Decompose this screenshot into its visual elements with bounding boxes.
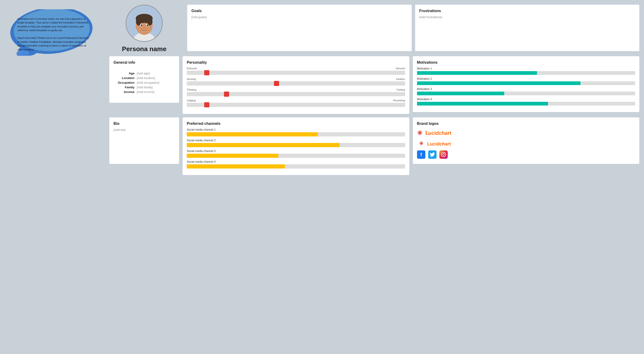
motivation-label-2: Motivation 2 (417, 77, 636, 80)
info-label-age: Age (114, 72, 137, 75)
trait-indicator-judging (204, 102, 209, 107)
info-row-location: Location [Add location] (114, 76, 175, 80)
trait-bar-thinking (187, 92, 405, 96)
frustrations-title: Frustrations (419, 9, 636, 13)
motivation-bar-container-3 (417, 92, 636, 95)
svg-point-19 (442, 154, 444, 155)
goals-title: Goals (192, 9, 408, 13)
channel-bar-container-1 (187, 132, 405, 136)
speech-bubble-container: Innovation isn't a one-time event, nor c… (7, 9, 100, 57)
channel-bar-2 (187, 143, 340, 147)
lucidchart-text: Lucidchart (427, 141, 451, 147)
info-label-occupation: Occupation (114, 81, 137, 84)
bottom-section: Bio [Add bio] Preferred channels Social … (109, 117, 639, 175)
goals-card: Goals [Add goals] (187, 5, 412, 51)
personality-card: Personality Extrovert Introvert Sensing (182, 56, 409, 114)
facebook-icon: f (417, 150, 426, 159)
bio-placeholder: [Add bio] (114, 128, 175, 132)
channel-label-2: Social media channel 2 (187, 139, 405, 142)
trait-labels-thinking: Thinking Feeling (187, 88, 405, 91)
frustrations-placeholder: [Add frustrations] (419, 15, 636, 19)
info-row-age: Age [Add age] (114, 72, 175, 75)
lucid-asterisk-icon: ✳ (417, 129, 422, 137)
lucidchart-logo-area: ✳ Lucidchart (417, 140, 636, 148)
motivation-label-4: Motivation 4 (417, 98, 636, 101)
channel-bar-container-3 (187, 154, 405, 158)
trait-labels-judging: Judging Perceiving (187, 99, 405, 102)
motivation-bar-container-4 (417, 102, 636, 105)
motivations-card: Motivations Motivation 1 Motivation 2 Mo… (413, 56, 640, 112)
channel-bar-container-4 (187, 164, 405, 169)
brand-logos-title: Brand logos (417, 122, 636, 126)
channel-label-3: Social media channel 3 (187, 149, 405, 153)
motivation-row-4: Motivation 4 (417, 98, 636, 105)
motivation-bar-2 (417, 81, 581, 85)
trait-indicator-extrovert (204, 70, 209, 75)
info-row-income: Income [Add income] (114, 90, 175, 94)
trait-right-perceiving: Perceiving (393, 99, 405, 102)
trait-left-sensing: Sensing (187, 78, 196, 80)
twitter-icon (428, 150, 436, 159)
channel-bar-1 (187, 132, 318, 136)
channel-bar-3 (187, 154, 278, 158)
main-content: Persona name Goals [Add goals] Frustrati… (107, 0, 644, 354)
channel-label-4: Social media channel 4 (187, 160, 405, 163)
top-section: Persona name Goals [Add goals] Frustrati… (109, 5, 639, 53)
info-value-age: [Add age] (137, 72, 150, 75)
lucidchart-wordmark: 𝕃ucidchart (425, 130, 452, 136)
motivation-row-2: Motivation 2 (417, 77, 636, 85)
motivation-bar-4 (417, 102, 548, 105)
svg-point-20 (444, 153, 445, 153)
info-table: Age [Add age] Location [Add location] Oc… (114, 72, 175, 94)
personality-title: Personality (187, 60, 405, 65)
general-info-card: General info Age [Add age] Location [Add… (109, 56, 179, 103)
info-value-occupation: [Add occupation] (137, 81, 159, 84)
avatar-svg (126, 5, 162, 42)
info-label-family: Family (114, 85, 137, 89)
channel-bar-container-2 (187, 143, 405, 147)
bio-card: Bio [Add bio] (109, 117, 179, 164)
info-value-family: [Add family] (137, 85, 152, 89)
motivation-row-3: Motivation 3 (417, 87, 636, 95)
trait-left-extrovert: Extrovert (187, 67, 197, 70)
info-row-family: Family [Add family] (114, 85, 175, 89)
channels-title: Preferred channels (187, 122, 405, 126)
channels-card: Preferred channels Social media channel … (182, 117, 409, 175)
motivation-label-1: Motivation 1 (417, 67, 636, 70)
bubble-paragraph-2: Need more help? Reach out to our Lucid P… (18, 36, 90, 51)
trait-bar-judging (187, 103, 405, 107)
social-icons-row: f (417, 150, 636, 159)
info-row-occupation: Occupation [Add occupation] (114, 81, 175, 84)
twitter-bird-icon (430, 152, 435, 157)
info-value-income: [Add income] (137, 90, 154, 94)
motivation-bar-container-1 (417, 71, 636, 75)
channel-row-4: Social media channel 4 (187, 160, 405, 169)
trait-left-judging: Judging (187, 99, 196, 102)
trait-indicator-sensing (274, 81, 279, 86)
motivation-row-1: Motivation 1 (417, 67, 636, 75)
trait-bar-extrovert (187, 71, 405, 75)
motivation-bar-1 (417, 71, 537, 75)
goals-placeholder: [Add goals] (192, 15, 408, 19)
bio-title: Bio (114, 122, 175, 126)
channel-row-2: Social media channel 2 (187, 139, 405, 147)
persona-header: Persona name (109, 5, 179, 53)
motivations-title: Motivations (417, 60, 636, 65)
left-panel: Innovation isn't a one-time event, nor c… (0, 0, 107, 354)
motivation-bar-container-2 (417, 81, 636, 85)
info-value-location: [Add location] (137, 76, 155, 80)
trait-labels-extrovert: Extrovert Introvert (187, 67, 405, 70)
trait-right-introvert: Introvert (396, 67, 405, 70)
trait-right-feeling: Feeling (396, 88, 405, 91)
persona-name: Persona name (122, 45, 166, 53)
info-label-income: Income (114, 90, 137, 94)
middle-section: General info Age [Add age] Location [Add… (109, 56, 639, 114)
instagram-icon (439, 150, 448, 159)
channel-row-1: Social media channel 1 (187, 128, 405, 136)
svg-point-15 (147, 24, 148, 26)
motivation-label-3: Motivation 3 (417, 87, 636, 91)
brand-logos-card: Brand logos ✳ 𝕃ucidchart ✳ Lucidchart (413, 117, 640, 164)
trait-right-intuition: Intuition (396, 78, 405, 80)
channel-label-1: Social media channel 1 (187, 128, 405, 131)
lucid-logo-icon: ✳ (417, 140, 426, 148)
